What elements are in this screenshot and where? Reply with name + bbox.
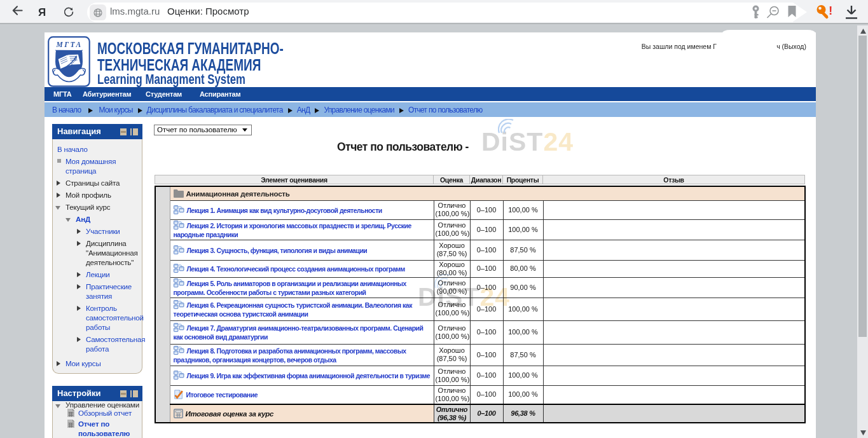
- svg-text:МГТА: МГТА: [55, 41, 82, 48]
- svg-text:!: !: [829, 4, 832, 17]
